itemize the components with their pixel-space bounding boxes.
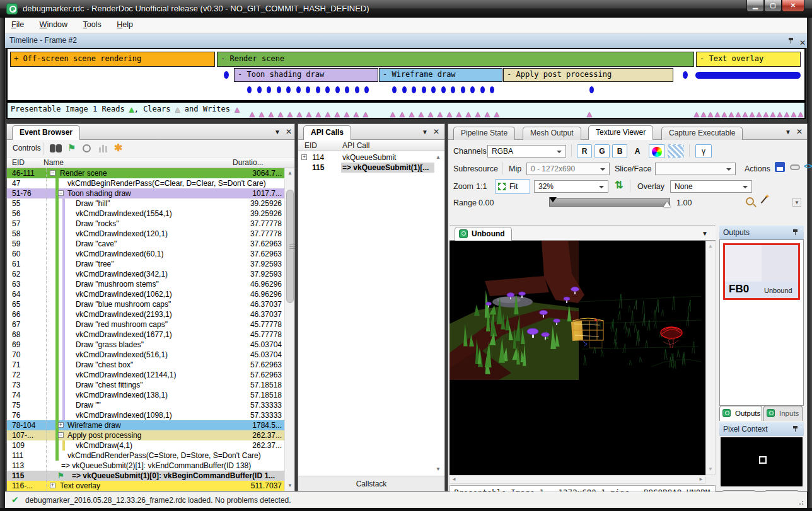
scroll-down-icon[interactable]: ▼ [285, 481, 295, 491]
event-row[interactable]: 65Draw "blue mushroom caps"46.37037 [7, 299, 284, 309]
channel-b-toggle[interactable]: B [612, 144, 627, 158]
timeline-draw-marker[interactable] [490, 86, 494, 93]
usage-write-marker[interactable]: ▲ [323, 110, 332, 118]
timeline-draw-marker[interactable] [335, 86, 340, 93]
overlay-combo[interactable]: None [670, 180, 752, 193]
event-row[interactable]: 51-76−Toon shading draw1017.7... [7, 188, 284, 198]
event-row[interactable]: 74vkCmdDrawIndexed(138,1)57.18518 [7, 390, 284, 400]
resource-usage-strip[interactable]: Presentable Image 1 Reads ▲, Clears ▲ an… [6, 101, 806, 119]
usage-write-marker[interactable]: ▲ [314, 110, 323, 118]
menu-window[interactable]: Window [33, 18, 74, 32]
col-eid[interactable]: EID [304, 141, 317, 150]
event-row[interactable]: 60vkCmdDrawIndexed(60,1)37.62963 [7, 249, 284, 259]
event-row[interactable]: 78-104+Wireframe draw1784.5... [7, 420, 284, 430]
find-event-icon[interactable] [50, 144, 55, 152]
pin-icon[interactable] [792, 229, 798, 236]
menu-help[interactable]: Help [110, 18, 139, 32]
expander-icon[interactable]: − [58, 190, 64, 196]
close-icon[interactable]: ✕ [286, 127, 292, 136]
event-row[interactable]: 56vkCmdDrawIndexed(1554,1)39.25926 [7, 209, 284, 219]
tab-inputs[interactable]: Inputs [763, 406, 803, 421]
event-row[interactable]: 57Draw "rocks"37.77778 [7, 219, 284, 229]
scrollbar-thumb[interactable] [286, 190, 294, 303]
channel-r-toggle[interactable]: R [577, 144, 592, 158]
tab-outputs[interactable]: Outputs [719, 406, 762, 421]
event-row[interactable]: 46-111−Render scene3064.7... [7, 168, 284, 178]
timeline-draw-marker[interactable] [402, 86, 407, 93]
timeline-marker-bar[interactable]: - Render scene [217, 52, 694, 67]
timeline-draw-marker[interactable] [412, 86, 416, 93]
color-wheel-toggle[interactable] [649, 144, 665, 158]
col-eid[interactable]: EID [12, 158, 25, 167]
range-max-value[interactable]: 1.00 [676, 198, 692, 207]
close-icon[interactable]: ✕ [433, 127, 439, 136]
channel-a-toggle[interactable]: A [630, 144, 645, 158]
texture-horizontal-scrollbar[interactable]: ◄ ► [450, 475, 705, 484]
timeline-marker-bar[interactable]: - Wireframe draw [379, 68, 502, 82]
expander-icon[interactable]: + [58, 422, 64, 428]
scroll-up-icon[interactable]: ▲ [705, 241, 716, 251]
timeline-draw-marker[interactable] [461, 86, 465, 93]
event-row[interactable]: 62vkCmdDrawIndexed(342,1)37.92593 [7, 269, 284, 279]
chevron-down-icon[interactable]: ▼ [785, 129, 791, 135]
chevron-down-icon[interactable]: ▼ [274, 129, 281, 135]
tab-pipeline-state[interactable]: Pipeline State [453, 127, 515, 140]
event-row[interactable]: 115⚑=> vkQueueSubmit(1)[0]: vkBeginComma… [7, 471, 284, 481]
usage-write-marker[interactable]: ▲ [407, 110, 416, 118]
expander-icon[interactable]: − [58, 432, 64, 438]
timeline-events-pill[interactable] [695, 72, 801, 79]
tab-unbound-texture[interactable]: Unbound [455, 227, 512, 241]
channel-g-toggle[interactable]: G [594, 144, 610, 158]
mip-combo[interactable]: 0 - 1272x690 [526, 163, 610, 175]
timeline-draw-marker[interactable] [392, 86, 397, 93]
zoom-1to1-button[interactable]: 1:1 [476, 182, 487, 191]
timeline-draw-marker[interactable] [355, 86, 359, 93]
event-row[interactable]: 76vkCmdDrawIndexed(1098,1)57.33333 [7, 410, 284, 420]
close-icon[interactable]: ✕ [796, 127, 803, 136]
pin-icon[interactable] [792, 425, 798, 432]
event-row[interactable]: 47vkCmdBeginRenderPass(C=Clear, D=Clear,… [7, 178, 284, 188]
menu-tools[interactable]: Tools [77, 18, 108, 32]
timeline-draw-marker[interactable] [364, 86, 369, 93]
timeline-draw-marker[interactable] [316, 86, 320, 93]
usage-write-marker[interactable]: ▲ [585, 110, 594, 118]
timeline-draw-marker[interactable] [277, 86, 281, 93]
timeline-draw-marker[interactable] [345, 86, 349, 93]
event-row[interactable]: 111vkCmdEndRenderPass(C=Store, D=Store, … [7, 451, 284, 461]
range-options-icon[interactable]: ▼ [792, 198, 801, 207]
usage-write-marker[interactable]: ▲ [398, 110, 407, 118]
timeline-marker-bar[interactable]: - Apply post processing [503, 68, 673, 82]
event-row[interactable]: 113=> vkQueueSubmit(2)[1]: vkEndCommandB… [7, 461, 284, 471]
save-icon[interactable] [775, 162, 785, 172]
event-row[interactable]: 58vkCmdDrawIndexed(120,1)37.77778 [7, 229, 284, 239]
event-row[interactable]: 109vkCmdDraw(4,1)262.37... [7, 440, 284, 451]
api-row[interactable]: + 114 vkQueueSubmit [298, 152, 434, 163]
col-name[interactable]: Name [44, 158, 64, 167]
menu-file[interactable]: File [5, 18, 30, 32]
usage-write-marker[interactable]: ▲ [464, 110, 473, 118]
usage-write-marker[interactable]: ▲ [276, 110, 285, 118]
timeline-draw-marker[interactable] [480, 86, 485, 93]
timeline-marker-bar[interactable]: - Toon shading draw [234, 68, 378, 82]
slice-face-combo[interactable] [655, 163, 736, 175]
timeline-marker-bar[interactable]: + Off-screen scene rendering [10, 52, 215, 67]
pin-icon[interactable] [788, 37, 794, 44]
usage-write-marker[interactable]: ▲ [473, 110, 482, 118]
timeline-draw-marker[interactable] [683, 71, 688, 79]
timeline-draw-marker[interactable] [267, 86, 271, 93]
event-row[interactable]: 107-...−Apply post processing262.37... [7, 430, 284, 440]
fb0-thumbnail[interactable]: FB0 Unbound [723, 243, 800, 300]
usage-write-marker[interactable]: ▲ [483, 110, 492, 118]
scroll-down-icon[interactable]: ▼ [705, 464, 716, 474]
event-row[interactable]: 73Draw "chest fittings"57.18518 [7, 380, 284, 390]
time-draws-clock-icon[interactable] [83, 144, 91, 152]
timeline-draw-marker[interactable] [441, 86, 446, 93]
col-api-call[interactable]: API Call [342, 141, 369, 150]
usage-write-marker[interactable]: ▲ [333, 110, 342, 118]
event-row[interactable]: 75Draw ""57.33333 [7, 400, 284, 410]
usage-write-marker[interactable]: ▲ [342, 110, 351, 118]
fit-button[interactable]: Fit [495, 179, 530, 194]
usage-write-marker[interactable]: ▲ [257, 110, 266, 118]
api-row-selected[interactable]: 115 => vkQueueSubmit(1)[... [298, 163, 434, 173]
timeline-draw-marker[interactable] [247, 86, 252, 93]
